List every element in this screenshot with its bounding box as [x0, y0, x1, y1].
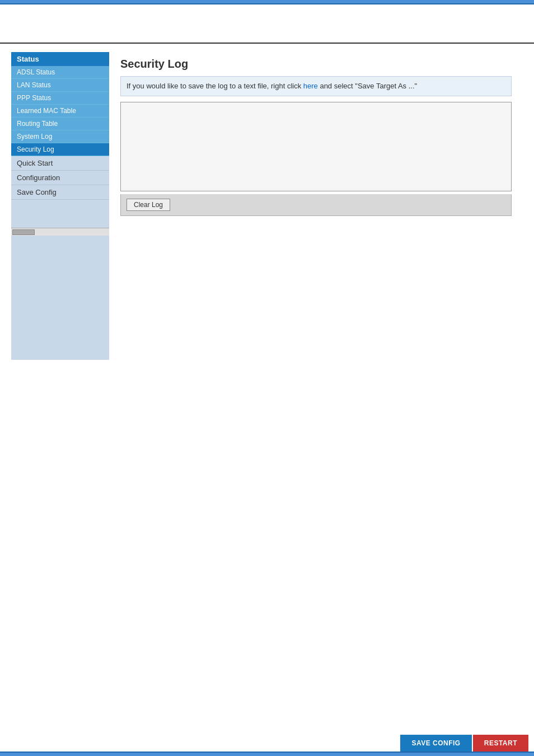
log-textarea-container	[120, 102, 512, 191]
scrollbar-thumb[interactable]	[12, 229, 35, 235]
sidebar-item-lan-status[interactable]: LAN Status	[11, 79, 109, 92]
info-text-after-link: and select "Save Target As ..."	[318, 82, 417, 90]
bottom-border	[0, 752, 534, 756]
sidebar-item-save-config[interactable]: Save Config	[11, 185, 109, 200]
restart-button[interactable]: RESTART	[473, 735, 528, 752]
info-text-before-link: If you would like to save the log to a t…	[127, 82, 303, 90]
sidebar-item-system-log[interactable]: System Log	[11, 130, 109, 143]
top-border	[0, 0, 534, 4]
horizontal-scrollbar[interactable]	[11, 228, 109, 236]
here-link[interactable]: here	[303, 82, 318, 90]
sidebar-item-adsl-status[interactable]: ADSL Status	[11, 66, 109, 79]
sidebar-item-quick-start[interactable]: Quick Start	[11, 156, 109, 171]
log-textarea[interactable]	[121, 102, 511, 191]
sidebar: Status ADSL Status LAN Status PPP Status…	[11, 52, 109, 360]
sidebar-status-header[interactable]: Status	[11, 52, 109, 66]
sidebar-item-security-log[interactable]: Security Log	[11, 143, 109, 156]
sidebar-item-routing-table[interactable]: Routing Table	[11, 118, 109, 130]
sidebar-item-learned-mac-table[interactable]: Learned MAC Table	[11, 105, 109, 118]
content-area: Security Log If you would like to save t…	[109, 52, 523, 360]
top-bar	[0, 4, 534, 44]
clear-log-button[interactable]: Clear Log	[127, 199, 170, 211]
sidebar-item-ppp-status[interactable]: PPP Status	[11, 92, 109, 105]
sidebar-bottom-filler	[11, 200, 109, 228]
save-config-button[interactable]: SAVE CONFIG	[400, 735, 471, 752]
log-controls: Clear Log	[120, 194, 512, 216]
sidebar-item-configuration[interactable]: Configuration	[11, 171, 109, 185]
bottom-action-bar: SAVE CONFIG RESTART	[400, 735, 534, 752]
info-text-block: If you would like to save the log to a t…	[120, 76, 512, 96]
page-title: Security Log	[120, 58, 512, 71]
main-container: Status ADSL Status LAN Status PPP Status…	[0, 44, 534, 368]
